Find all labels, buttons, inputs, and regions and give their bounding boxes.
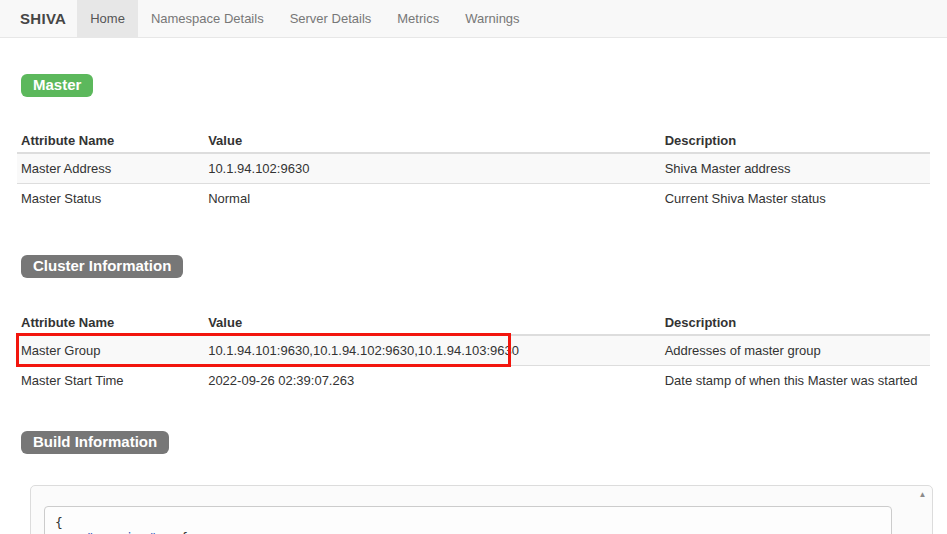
master-table: Attribute NameValueDescriptionMaster Add… xyxy=(17,129,930,213)
code-line-2-key: "version" xyxy=(86,530,156,534)
table-cell: Master Status xyxy=(17,184,204,214)
cluster-table-wrap: Attribute NameValueDescriptionMaster Gro… xyxy=(17,311,930,395)
master-badge: Master xyxy=(21,74,93,97)
build-info-panel: ▲ { "version" : { xyxy=(30,485,933,534)
table-row: Master Address10.1.94.102:9630Shiva Mast… xyxy=(17,153,930,184)
column-header: Value xyxy=(204,311,661,335)
table-row: Master StatusNormalCurrent Shiva Master … xyxy=(17,184,930,214)
table-row: Master Start Time2022-09-26 02:39:07.263… xyxy=(17,366,930,396)
nav-item-warnings[interactable]: Warnings xyxy=(452,0,532,37)
nav-item-home[interactable]: Home xyxy=(77,0,138,37)
panel-scrollbar[interactable]: ▲ xyxy=(915,488,930,534)
build-info-code: { "version" : { xyxy=(44,506,892,534)
table-cell: Current Shiva Master status xyxy=(661,184,930,214)
section-cluster-information: Cluster Information Attribute NameValueD… xyxy=(17,213,930,395)
scroll-up-arrow-icon[interactable]: ▲ xyxy=(915,488,930,502)
app-brand[interactable]: SHIVA xyxy=(0,0,77,37)
column-header: Description xyxy=(661,311,930,335)
table-cell: 10.1.94.101:9630,10.1.94.102:9630,10.1.9… xyxy=(204,335,661,366)
section-build-information: Build Information ▲ { "version" : { xyxy=(17,395,930,534)
header-row: Attribute NameValueDescription xyxy=(17,129,930,153)
table-cell: Shiva Master address xyxy=(661,153,930,184)
table-row: Master Group10.1.94.101:9630,10.1.94.102… xyxy=(17,335,930,366)
main-content: Master Attribute NameValueDescriptionMas… xyxy=(0,38,947,534)
cluster-table: Attribute NameValueDescriptionMaster Gro… xyxy=(17,311,930,395)
table-cell: Normal xyxy=(204,184,661,214)
nav-item-server-details[interactable]: Server Details xyxy=(277,0,385,37)
nav-item-metrics[interactable]: Metrics xyxy=(384,0,452,37)
table-cell: 10.1.94.102:9630 xyxy=(204,153,661,184)
column-header: Attribute Name xyxy=(17,129,204,153)
nav-item-namespace-details[interactable]: Namespace Details xyxy=(138,0,277,37)
build-information-badge: Build Information xyxy=(21,431,169,454)
navbar: SHIVA HomeNamespace DetailsServer Detail… xyxy=(0,0,947,38)
column-header: Attribute Name xyxy=(17,311,204,335)
section-master: Master Attribute NameValueDescriptionMas… xyxy=(17,38,930,213)
table-cell: Addresses of master group xyxy=(661,335,930,366)
code-line-1: { xyxy=(55,515,63,530)
column-header: Description xyxy=(661,129,930,153)
header-row: Attribute NameValueDescription xyxy=(17,311,930,335)
table-cell: Date stamp of when this Master was start… xyxy=(661,366,930,396)
master-table-wrap: Attribute NameValueDescriptionMaster Add… xyxy=(17,129,930,213)
code-line-2-rest: : { xyxy=(157,530,188,534)
table-cell: Master Address xyxy=(17,153,204,184)
table-cell: Master Group xyxy=(17,335,204,366)
cluster-information-badge: Cluster Information xyxy=(21,255,183,278)
column-header: Value xyxy=(204,129,661,153)
nav-items: HomeNamespace DetailsServer DetailsMetri… xyxy=(77,0,532,37)
table-cell: 2022-09-26 02:39:07.263 xyxy=(204,366,661,396)
table-cell: Master Start Time xyxy=(17,366,204,396)
